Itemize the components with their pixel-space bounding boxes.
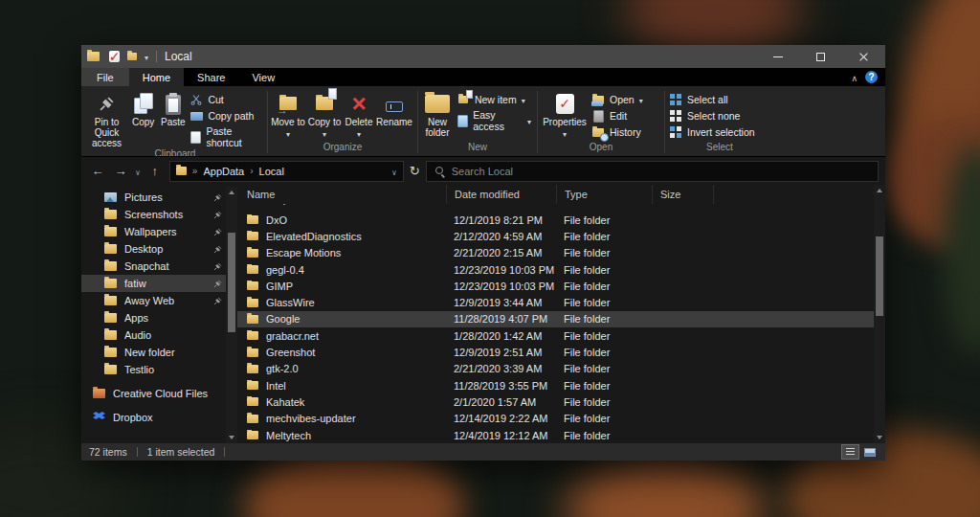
paste-button[interactable]: Paste — [158, 90, 188, 142]
select-all-button[interactable]: Select all — [669, 93, 755, 106]
file-row-grabacr-net[interactable]: grabacr.net 1/28/2020 1:42 AM File folde… — [237, 327, 874, 344]
breadcrumb-separator-icon[interactable]: › — [250, 166, 253, 176]
breadcrumb-item-local[interactable]: Local — [259, 166, 284, 177]
creative-cloud-icon — [93, 389, 105, 398]
easy-access-button[interactable]: Easy access — [457, 109, 531, 132]
thumbnails-view-button[interactable] — [861, 445, 878, 459]
maximize-button[interactable] — [799, 45, 842, 68]
close-button[interactable] — [842, 45, 885, 68]
filelist-scrollbar[interactable] — [874, 185, 885, 443]
search-icon — [434, 166, 445, 176]
file-row-gtk-2-0[interactable]: gtk-2.0 2/21/2020 3:39 AM File folder — [237, 361, 874, 377]
file-row-glasswire[interactable]: GlassWire 12/9/2019 3:44 AM File folder — [237, 294, 874, 310]
qat-properties-icon[interactable] — [109, 51, 120, 62]
breadcrumb[interactable]: » AppData › Local — [169, 161, 404, 182]
search-input[interactable] — [452, 166, 870, 177]
new-item-button[interactable]: New item — [457, 93, 531, 106]
sidebar-item-testlio[interactable]: Testlio — [81, 361, 237, 378]
file-row-meltytech[interactable]: Meltytech 12/4/2019 12:12 AM File folder — [237, 427, 874, 443]
recent-locations-chevron-icon[interactable] — [135, 166, 141, 177]
file-row-dxo[interactable]: DxO 12/1/2019 8:21 PM File folder — [237, 212, 874, 228]
sidebar-item-away-web[interactable]: Away Web — [81, 292, 237, 309]
pin-to-quick-access-button[interactable]: Pin to Quick access — [85, 90, 128, 148]
scroll-up-icon[interactable] — [874, 185, 885, 196]
new-folder-button[interactable]: New folder — [420, 90, 455, 142]
address-dropdown-chevron-icon[interactable] — [391, 166, 397, 177]
rename-button[interactable]: Rename — [375, 90, 413, 142]
sidebar-item-wallpapers[interactable]: Wallpapers — [81, 223, 237, 240]
folder-icon — [247, 315, 258, 324]
copy-path-button[interactable]: Copy path — [189, 109, 261, 123]
sidebar-item-desktop[interactable]: Desktop — [81, 240, 237, 258]
file-row-elevateddiagnostics[interactable]: ElevatedDiagnostics 2/12/2020 4:59 AM Fi… — [237, 228, 874, 244]
sidebar-item-creative-cloud-files[interactable]: Creative Cloud Files — [81, 385, 237, 402]
tab-view[interactable]: View — [238, 68, 288, 86]
breadcrumb-overflow-icon[interactable]: » — [192, 166, 198, 176]
copy-to-button[interactable]: Copy to — [306, 90, 343, 142]
copy-button[interactable]: Copy — [128, 90, 158, 142]
pushpin-icon — [99, 92, 115, 115]
tab-share[interactable]: Share — [184, 68, 238, 86]
invert-selection-button[interactable]: Invert selection — [669, 125, 755, 139]
sidebar-item-audio[interactable]: Audio — [81, 326, 237, 344]
history-button[interactable]: History — [591, 125, 643, 139]
column-header-type[interactable]: Type — [556, 185, 652, 204]
ribbon-group-organize: → Move to Copy to Delete Rename — [270, 88, 415, 156]
sidebar-item-pictures[interactable]: Pictures — [81, 189, 237, 206]
file-row-greenshot[interactable]: Greenshot 12/9/2019 2:51 AM File folder — [237, 344, 874, 360]
sidebar-item-screenshots[interactable]: Screenshots — [81, 206, 237, 223]
file-list: Name Date modified Type Size Dropbox Fil… — [237, 185, 885, 443]
properties-button[interactable]: Properties — [540, 90, 590, 142]
folder-icon — [247, 299, 258, 307]
file-row-gegl-0-4[interactable]: gegl-0.4 12/23/2019 10:03 PM File folder — [237, 261, 874, 278]
titlebar[interactable]: Local — [81, 45, 885, 68]
folder-icon — [247, 331, 258, 340]
breadcrumb-item-appdata[interactable]: AppData — [203, 166, 244, 177]
sidebar-item-new-folder[interactable]: New folder — [81, 344, 237, 361]
column-header-size[interactable]: Size — [652, 185, 713, 204]
easy-access-icon — [457, 114, 468, 127]
column-header-date-modified[interactable]: Date modified — [446, 185, 556, 204]
file-row-gimp[interactable]: GIMP 12/23/2019 10:03 PM File folder — [237, 278, 874, 294]
search-box[interactable] — [426, 161, 879, 182]
sidebar-item-snapchat[interactable]: Snapchat — [81, 258, 237, 275]
qat-new-folder-icon[interactable] — [127, 53, 137, 60]
sidebar-item-apps[interactable]: Apps — [81, 309, 237, 326]
details-view-button[interactable] — [842, 445, 858, 459]
file-row-google[interactable]: Google 11/28/2019 4:07 PM File folder — [237, 311, 874, 327]
sidebar-item-dropbox[interactable]: Dropbox — [81, 409, 237, 426]
scroll-down-icon[interactable] — [226, 432, 237, 443]
delete-button[interactable]: Delete — [343, 90, 375, 142]
edit-button[interactable]: Edit — [591, 109, 643, 123]
tab-home[interactable]: Home — [129, 68, 184, 86]
sidebar-item-fatiw[interactable]: fatiw — [81, 275, 237, 292]
move-to-button[interactable]: → Move to — [270, 90, 306, 142]
qat-customize-chevron-icon[interactable] — [145, 51, 148, 62]
select-none-button[interactable]: Select none — [669, 109, 755, 123]
paste-shortcut-button[interactable]: Paste shortcut — [189, 125, 261, 148]
minimize-button[interactable] — [756, 45, 799, 68]
filelist-scroll-thumb[interactable] — [876, 236, 883, 316]
file-menu-button[interactable]: File — [81, 68, 129, 86]
up-button[interactable]: ↑ — [146, 164, 164, 178]
file-row-dropbox[interactable]: Dropbox File folder — [237, 204, 874, 212]
sidebar-scrollbar[interactable] — [226, 187, 237, 443]
file-row-kahatek[interactable]: Kahatek 2/1/2020 1:57 AM File folder — [237, 393, 874, 410]
file-row-mechvibes-updater[interactable]: mechvibes-updater 12/14/2019 2:22 AM Fil… — [237, 411, 874, 427]
sidebar-scroll-thumb[interactable] — [228, 233, 235, 332]
refresh-button[interactable]: ↻ — [410, 164, 420, 178]
collapse-ribbon-icon[interactable] — [851, 72, 858, 83]
copy-path-icon — [189, 109, 203, 123]
scroll-up-icon[interactable] — [226, 187, 237, 198]
back-button[interactable]: ← — [89, 164, 106, 178]
file-row-escape-motions[interactable]: Escape Motions 2/21/2020 2:15 AM File fo… — [237, 245, 874, 261]
forward-button[interactable]: → — [112, 164, 129, 178]
scroll-down-icon[interactable] — [874, 432, 885, 443]
cut-button[interactable]: Cut — [189, 93, 261, 106]
file-row-intel[interactable]: Intel 11/28/2019 3:55 PM File folder — [237, 377, 874, 393]
open-button[interactable]: Open — [591, 93, 643, 106]
column-header-name[interactable]: Name — [237, 189, 446, 200]
folder-icon — [247, 415, 258, 423]
help-icon[interactable] — [865, 71, 878, 83]
chevron-down-icon — [357, 127, 361, 139]
